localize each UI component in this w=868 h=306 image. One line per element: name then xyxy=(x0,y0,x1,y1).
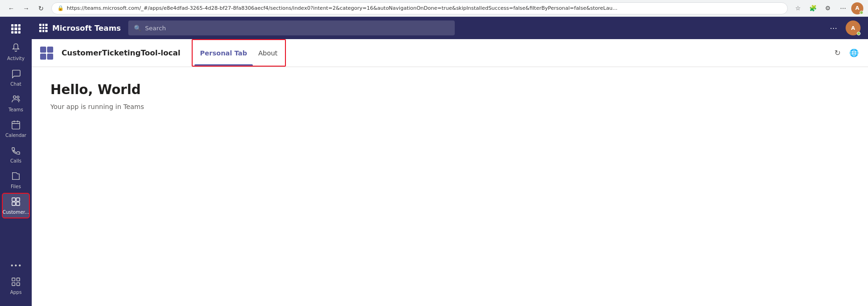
sidebar-label-activity: Activity xyxy=(7,56,24,61)
teams-app-title: Microsoft Teams xyxy=(52,24,121,33)
teams-waffle-icon[interactable] xyxy=(39,24,48,32)
search-icon: 🔍 xyxy=(134,25,141,32)
sidebar-item-waffle[interactable] xyxy=(2,20,30,37)
search-placeholder: Search xyxy=(145,25,166,32)
sidebar-label-customer: Customer... xyxy=(2,210,29,215)
sidebar-label-teams: Teams xyxy=(8,107,23,112)
page-heading: Hello, World xyxy=(50,82,849,97)
teams-header: Microsoft Teams 🔍 Search ⋯ A xyxy=(32,17,868,39)
tab-refresh-button[interactable]: ↻ xyxy=(831,47,844,60)
files-icon xyxy=(11,171,21,183)
teams-logo-area: Microsoft Teams xyxy=(39,24,121,33)
sidebar-item-teams[interactable]: Teams xyxy=(2,90,30,116)
svg-rect-6 xyxy=(16,202,20,205)
page-subtext: Your app is running in Teams xyxy=(50,103,849,110)
tab-about[interactable]: About xyxy=(253,40,283,66)
browser-address-bar[interactable]: 🔒 https://teams.microsoft.com/_#/apps/e8… xyxy=(51,2,788,14)
browser-nav-buttons: ← → ↻ xyxy=(5,2,48,15)
browser-profile-avatar[interactable]: A xyxy=(851,2,863,14)
apps-icon xyxy=(11,277,21,288)
teams-profile-avatar[interactable]: A xyxy=(846,20,861,35)
sidebar-item-apps[interactable]: Apps xyxy=(2,273,30,299)
sidebar-label-calls: Calls xyxy=(10,158,21,163)
more-icon: ••• xyxy=(10,262,22,269)
browser-bookmark-button[interactable]: ☆ xyxy=(792,2,805,15)
content-area: CustomerTicketingTool-local Personal Tab… xyxy=(32,39,868,306)
svg-rect-5 xyxy=(12,202,15,205)
sidebar-item-activity[interactable]: Activity xyxy=(2,39,30,65)
chat-icon xyxy=(11,68,21,80)
sidebar: Activity Chat xyxy=(0,17,32,306)
sidebar-nav: Activity Chat xyxy=(2,20,30,258)
page-content: Hello, World Your app is running in Team… xyxy=(32,67,868,306)
globe-icon: 🌐 xyxy=(849,48,859,57)
teams-icon xyxy=(11,94,21,106)
svg-rect-10 xyxy=(17,283,20,286)
svg-point-1 xyxy=(17,96,19,98)
lock-icon: 🔒 xyxy=(57,5,64,11)
calendar-icon xyxy=(11,120,21,131)
teams-profile-status xyxy=(857,32,861,35)
browser-sync-button[interactable]: ⚙ xyxy=(821,2,834,15)
activity-icon xyxy=(11,43,21,54)
browser-extensions-button[interactable]: 🧩 xyxy=(806,2,819,15)
sidebar-label-apps: Apps xyxy=(10,290,22,295)
calls-icon xyxy=(11,145,21,157)
main-area: Microsoft Teams 🔍 Search ⋯ A xyxy=(32,17,868,306)
svg-rect-8 xyxy=(17,278,20,281)
sidebar-item-customer[interactable]: Customer... xyxy=(2,193,30,218)
app-icon-container xyxy=(39,46,54,61)
app-icon xyxy=(40,47,53,60)
svg-rect-4 xyxy=(16,198,20,201)
browser-back-button[interactable]: ← xyxy=(5,2,18,15)
tab-actions: ↻ 🌐 xyxy=(831,47,861,60)
sidebar-item-files[interactable]: Files xyxy=(2,167,30,193)
sidebar-item-calls[interactable]: Calls xyxy=(2,142,30,167)
sidebar-item-chat[interactable]: Chat xyxy=(2,65,30,90)
svg-rect-9 xyxy=(12,283,15,286)
teams-app: Activity Chat xyxy=(0,17,868,306)
svg-rect-7 xyxy=(12,278,15,281)
tab-globe-button[interactable]: 🌐 xyxy=(847,47,861,60)
browser-chrome: ← → ↻ 🔒 https://teams.microsoft.com/_#/a… xyxy=(0,0,868,17)
browser-more-button[interactable]: ⋯ xyxy=(836,2,849,15)
svg-rect-2 xyxy=(12,122,20,129)
profile-status-indicator xyxy=(860,11,863,14)
teams-search-bar[interactable]: 🔍 Search xyxy=(128,20,455,35)
browser-actions: ☆ 🧩 ⚙ ⋯ A xyxy=(792,2,863,15)
sidebar-more-button[interactable]: ••• xyxy=(2,258,30,273)
browser-forward-button[interactable]: → xyxy=(20,2,33,15)
waffle-icon xyxy=(11,24,21,34)
browser-url: https://teams.microsoft.com/_#/apps/e8e4… xyxy=(67,5,618,11)
header-more-button[interactable]: ⋯ xyxy=(827,21,840,34)
svg-rect-3 xyxy=(12,198,15,201)
teams-header-right: ⋯ A xyxy=(827,20,861,35)
app-title: CustomerTicketingTool-local xyxy=(62,48,181,57)
tab-header: CustomerTicketingTool-local Personal Tab… xyxy=(32,39,868,67)
customer-icon xyxy=(11,197,21,208)
sidebar-item-calendar[interactable]: Calendar xyxy=(2,116,30,142)
sidebar-bottom: Apps xyxy=(2,273,30,302)
refresh-icon: ↻ xyxy=(834,48,840,57)
sidebar-label-files: Files xyxy=(11,184,21,189)
tab-personal-tab[interactable]: Personal Tab xyxy=(194,40,253,66)
svg-point-0 xyxy=(14,96,16,99)
browser-refresh-button[interactable]: ↻ xyxy=(35,2,48,15)
sidebar-label-chat: Chat xyxy=(10,82,21,87)
tabs-container: Personal Tab About xyxy=(192,39,286,67)
sidebar-label-calendar: Calendar xyxy=(6,133,27,138)
